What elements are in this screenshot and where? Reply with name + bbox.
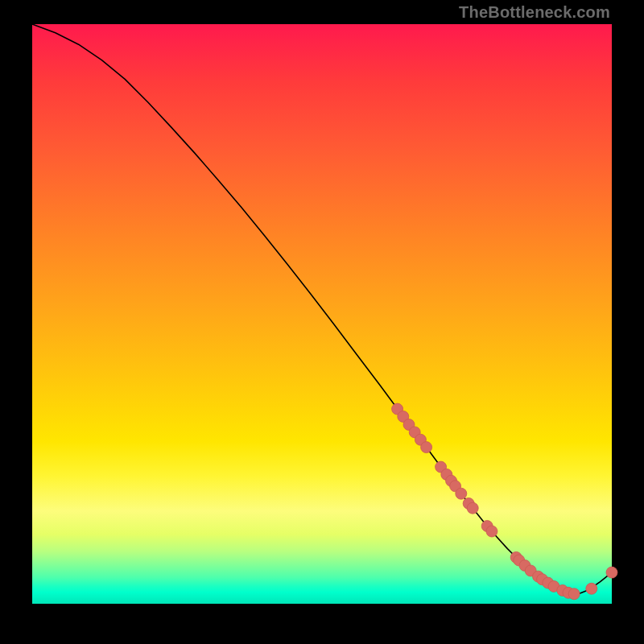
scatter-markers [392, 403, 617, 600]
data-point [467, 502, 478, 514]
watermark-text: TheBottleneck.com [459, 3, 610, 22]
data-point [568, 588, 580, 600]
plot-area [32, 24, 612, 604]
chart-svg [32, 24, 612, 604]
data-point [421, 442, 432, 453]
data-point [586, 583, 597, 594]
data-point [486, 526, 497, 537]
data-point [606, 567, 617, 578]
chart-container: TheBottleneck.com [0, 0, 644, 644]
data-point [456, 488, 467, 499]
data-curve [32, 24, 612, 594]
